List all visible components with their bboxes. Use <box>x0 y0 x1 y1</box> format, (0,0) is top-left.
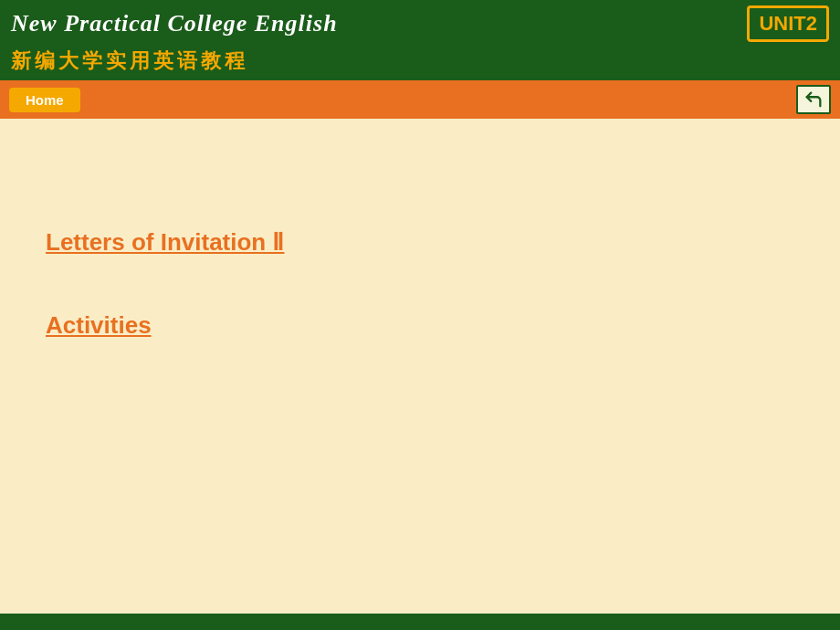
header-top: New Practical College English UNIT2 <box>0 0 840 46</box>
navbar: Home <box>0 80 840 119</box>
app-title-chinese: 新编大学实用英语教程 <box>11 49 248 72</box>
bottom-bar <box>0 614 840 630</box>
app-title-english: New Practical College English <box>11 10 338 37</box>
activities-link[interactable]: Activities <box>46 311 152 340</box>
return-icon <box>803 89 824 110</box>
app-wrapper: New Practical College English UNIT2 新编大学… <box>0 0 840 630</box>
header: New Practical College English UNIT2 新编大学… <box>0 0 840 80</box>
link-section-activities: Activities <box>46 311 794 340</box>
main-content: Letters of Invitation Ⅱ Activities <box>0 119 840 614</box>
return-icon-button[interactable] <box>796 85 831 114</box>
link-section-letters: Letters of Invitation Ⅱ <box>46 228 794 257</box>
header-subtitle: 新编大学实用英语教程 <box>0 46 840 80</box>
home-button[interactable]: Home <box>9 88 80 112</box>
unit-badge: UNIT2 <box>747 5 829 42</box>
nav-left: Home <box>9 88 80 112</box>
letters-of-invitation-link[interactable]: Letters of Invitation Ⅱ <box>46 228 284 257</box>
